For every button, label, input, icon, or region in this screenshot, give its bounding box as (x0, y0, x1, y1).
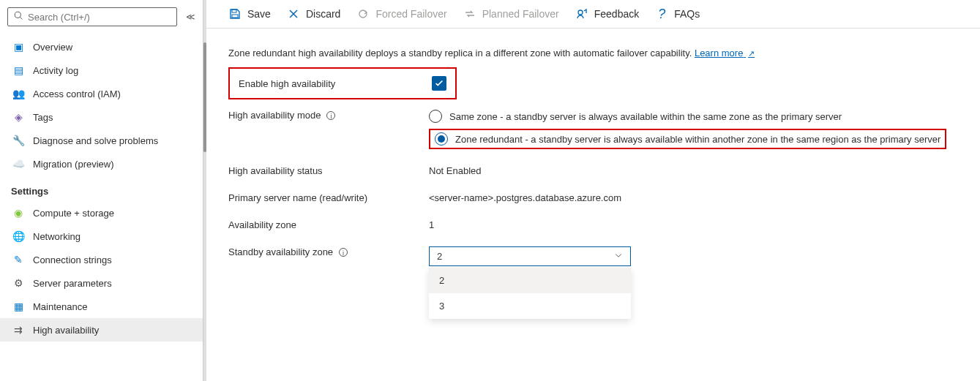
sidebar-item-label: Migration (preview) (33, 159, 114, 170)
sidebar-item-overview[interactable]: ▣Overview (0, 35, 203, 59)
server-parameters-icon: ⚙ (11, 277, 26, 289)
access-control-icon: 👥 (11, 88, 26, 99)
planned-failover-icon (463, 7, 476, 20)
availability-zone-label: Availability zone (228, 219, 429, 230)
svg-point-7 (578, 10, 583, 15)
enable-ha-checkbox[interactable] (432, 76, 446, 91)
sidebar-item-label: Server parameters (33, 278, 112, 289)
radio-zone-redundant[interactable] (435, 132, 448, 146)
faqs-button[interactable]: ? FAQs (655, 7, 700, 20)
sidebar-item-label: Diagnose and solve problems (33, 135, 158, 146)
radio-zone-redundant-label: Zone redundant - a standby server is alw… (455, 134, 940, 145)
save-icon (228, 7, 242, 20)
sidebar-item-networking[interactable]: 🌐Networking (0, 225, 203, 248)
overview-icon: ▣ (11, 41, 26, 53)
sidebar-item-label: Overview (33, 42, 72, 53)
tags-icon: ◈ (11, 111, 26, 123)
connection-strings-icon: ✎ (11, 254, 26, 265)
feedback-button[interactable]: Feedback (575, 7, 639, 20)
sidebar-item-diagnose-and-solve-problems[interactable]: 🔧Diagnose and solve problems (0, 129, 203, 152)
svg-rect-3 (232, 15, 238, 18)
sidebar-item-label: Maintenance (33, 301, 87, 312)
section-settings-header: Settings (0, 176, 203, 201)
search-input[interactable] (28, 12, 171, 23)
primary-server-label: Primary server name (read/write) (228, 192, 429, 203)
save-button[interactable]: Save (228, 7, 271, 20)
planned-failover-button: Planned Failover (463, 7, 559, 20)
sidebar-item-compute-storage[interactable]: ◉Compute + storage (0, 201, 203, 225)
sidebar-item-maintenance[interactable]: ▦Maintenance (0, 295, 203, 318)
availability-zone-value: 1 (429, 219, 958, 230)
sidebar-item-access-control-iam[interactable]: 👥Access control (IAM) (0, 82, 203, 105)
standby-zone-value: 2 (437, 251, 442, 262)
sidebar-item-label: Access control (IAM) (33, 88, 121, 99)
forced-failover-button: Forced Failover (356, 7, 446, 20)
feedback-icon (575, 7, 588, 20)
migration-icon: ☁️ (11, 158, 26, 170)
sidebar-item-label: Networking (33, 231, 81, 242)
standby-zone-option[interactable]: 2 (429, 268, 631, 293)
standby-az-label: Standby availability zone i (228, 246, 429, 257)
primary-server-value: <server-name>.postgres.database.azure.co… (429, 192, 958, 203)
faqs-label: FAQs (674, 8, 700, 20)
search-box[interactable] (7, 7, 177, 26)
sidebar-item-tags[interactable]: ◈Tags (0, 105, 203, 129)
ha-mode-label: High availability mode i (228, 110, 429, 121)
radio-same-zone[interactable]: Same zone - a standby server is always a… (429, 110, 958, 123)
ha-status-value: Not Enabled (429, 165, 958, 176)
sidebar-item-label: Connection strings (33, 254, 112, 265)
high-availability-icon: ⇉ (11, 324, 26, 336)
radio-icon (429, 110, 442, 123)
sidebar: ≪ ▣Overview▤Activity log👥Access control … (0, 0, 203, 381)
collapse-sidebar-icon[interactable]: ≪ (186, 12, 195, 22)
maintenance-icon: ▦ (11, 301, 26, 312)
standby-zone-select[interactable]: 2 (429, 246, 631, 266)
activity-log-icon: ▤ (11, 64, 26, 76)
compute-icon: ◉ (11, 207, 26, 219)
enable-ha-highlight: Enable high availability (228, 67, 457, 99)
standby-zone-option[interactable]: 3 (429, 293, 631, 319)
save-label: Save (247, 8, 271, 20)
sidebar-item-label: Compute + storage (33, 208, 114, 219)
main-content: Save Discard Forced Failover Planned Fai… (206, 0, 980, 381)
discard-label: Discard (306, 8, 340, 20)
faqs-icon: ? (655, 7, 668, 20)
learn-more-link[interactable]: Learn more ↗ (695, 48, 755, 59)
radio-zone-redundant-highlight: Zone redundant - a standby server is alw… (429, 129, 946, 149)
diagnose-icon: 🔧 (11, 135, 26, 146)
enable-ha-label: Enable high availability (239, 78, 335, 89)
sidebar-item-high-availability[interactable]: ⇉High availability (0, 318, 203, 342)
forced-failover-label: Forced Failover (375, 8, 446, 20)
feedback-label: Feedback (594, 8, 639, 20)
sidebar-item-connection-strings[interactable]: ✎Connection strings (0, 248, 203, 271)
sidebar-item-server-parameters[interactable]: ⚙Server parameters (0, 271, 203, 295)
sidebar-item-activity-log[interactable]: ▤Activity log (0, 59, 203, 82)
radio-same-zone-label: Same zone - a standby server is always a… (449, 111, 842, 122)
toolbar: Save Discard Forced Failover Planned Fai… (206, 0, 980, 29)
info-icon[interactable]: i (326, 111, 335, 120)
sidebar-item-label: Tags (33, 112, 53, 123)
forced-failover-icon (356, 7, 370, 20)
chevron-down-icon (614, 251, 623, 262)
external-link-icon: ↗ (748, 49, 755, 58)
info-icon[interactable]: i (339, 248, 348, 257)
svg-point-0 (15, 12, 20, 18)
sidebar-item-label: Activity log (33, 65, 78, 76)
ha-status-label: High availability status (228, 165, 429, 176)
planned-failover-label: Planned Failover (482, 8, 559, 20)
networking-icon: 🌐 (11, 230, 26, 242)
standby-zone-dropdown: 2 3 (429, 268, 631, 319)
sidebar-item-label: High availability (33, 325, 99, 336)
sidebar-item-migration-preview[interactable]: ☁️Migration (preview) (0, 152, 203, 176)
discard-button[interactable]: Discard (287, 7, 340, 20)
svg-line-1 (20, 17, 22, 19)
description-text: Zone redundant high availability deploys… (228, 48, 958, 59)
discard-icon (287, 7, 300, 20)
search-icon (14, 11, 23, 23)
